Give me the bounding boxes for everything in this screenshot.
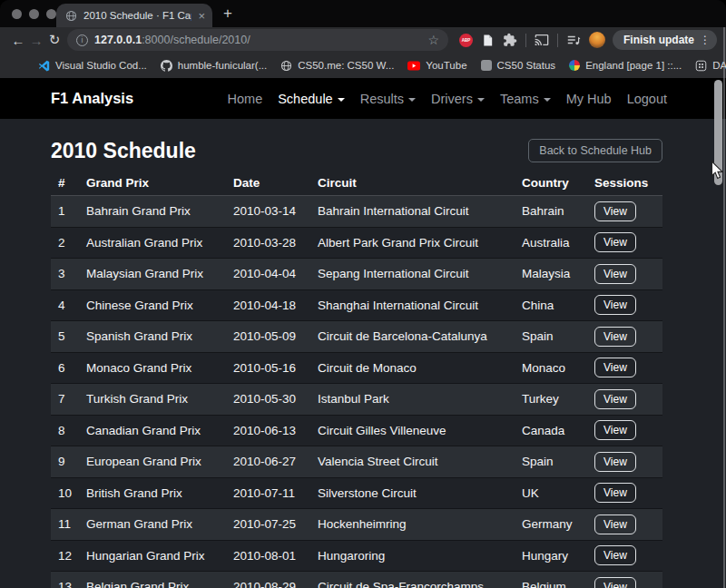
bookmark-england[interactable]: England [page 1] ::... (569, 60, 682, 71)
bookmark-vscode[interactable]: Visual Studio Cod... (38, 60, 147, 72)
view-sessions-button[interactable]: View (594, 389, 636, 409)
toolbar-separator (557, 34, 558, 47)
globe-favicon-icon (65, 10, 77, 22)
media-controls-icon[interactable] (566, 33, 581, 47)
nav-schedule[interactable]: Schedule (278, 92, 344, 106)
back-to-schedule-hub-button[interactable]: Back to Schedule Hub (528, 139, 662, 162)
new-tab-button[interactable]: + (223, 4, 232, 24)
country-name: Australia (522, 236, 594, 250)
view-sessions-button[interactable]: View (594, 514, 636, 534)
address-bar[interactable]: i 127.0.0.1:8000/schedule/2010/ ☆ (67, 29, 448, 51)
page-title: 2010 Schedule (51, 139, 196, 163)
cast-icon[interactable] (535, 33, 549, 47)
view-sessions-button[interactable]: View (594, 232, 636, 252)
back-icon[interactable]: ← (9, 33, 27, 48)
browser-window: 2010 Schedule · F1 Capstone × + ← → ↻ i … (0, 0, 726, 588)
country-name: Germany (522, 517, 594, 531)
circuit-name: Circuit Gilles Villeneuve (318, 424, 522, 437)
nav-teams[interactable]: Teams (500, 92, 551, 106)
finish-update-button[interactable]: Finish update ⋮ (613, 30, 717, 50)
view-sessions-button[interactable]: View (594, 545, 636, 565)
table-row: 4 Chinese Grand Prix 2010-04-18 Shanghai… (51, 290, 662, 322)
circuit-name: Valencia Street Circuit (318, 455, 522, 468)
close-window-button[interactable] (12, 9, 22, 19)
race-date: 2010-08-01 (233, 549, 318, 563)
zoom-window-button[interactable] (46, 9, 56, 19)
round-number: 4 (58, 299, 86, 312)
circuit-name: Hockenheimring (318, 517, 522, 531)
table-row: 9 European Grand Prix 2010-06-27 Valenci… (51, 446, 662, 478)
finish-update-label: Finish update (623, 34, 694, 46)
race-date: 2010-07-25 (233, 517, 318, 531)
header-country: Country (522, 176, 594, 190)
bookmark-youtube[interactable]: YouTube (407, 60, 466, 71)
table-row: 8 Canadian Grand Prix 2010-06-13 Circuit… (51, 416, 662, 447)
view-sessions-button[interactable]: View (594, 327, 636, 347)
table-row: 13 Belgian Grand Prix 2010-08-29 Circuit… (51, 572, 662, 588)
circuit-name: Circuit de Monaco (318, 361, 522, 375)
bookmark-cs50me[interactable]: CS50.me: CS50 W... (280, 60, 394, 72)
view-sessions-button[interactable]: View (594, 483, 636, 503)
bookmark-label: CS50 Status (497, 60, 556, 71)
round-number: 3 (58, 267, 86, 280)
nav-results[interactable]: Results (360, 92, 416, 106)
bookmark-star-icon[interactable]: ☆ (427, 33, 439, 47)
grand-prix-name: Spanish Grand Prix (86, 329, 233, 343)
tab-close-icon[interactable]: × (198, 10, 205, 22)
view-sessions-button[interactable]: View (594, 201, 636, 221)
country-name: China (522, 299, 594, 312)
view-sessions-button[interactable]: View (594, 452, 636, 472)
forward-icon[interactable]: → (27, 33, 45, 48)
document-extension-icon[interactable] (481, 34, 495, 47)
country-name: Turkey (522, 392, 594, 406)
nav-label: Schedule (278, 92, 332, 106)
browser-toolbar: ← → ↻ i 127.0.0.1:8000/schedule/2010/ ☆ … (0, 27, 726, 53)
schedule-table: # Grand Prix Date Circuit Country Sessio… (51, 171, 662, 588)
nav-home[interactable]: Home (228, 92, 263, 106)
bookmark-cs50-status[interactable]: CS50 Status (481, 60, 556, 71)
country-name: Spain (522, 329, 594, 343)
nav-logout[interactable]: Logout (627, 92, 667, 106)
circuit-name: Shanghai International Circuit (318, 299, 522, 312)
extensions-puzzle-icon[interactable] (503, 33, 517, 47)
race-date: 2010-05-09 (233, 329, 318, 343)
race-date: 2010-05-16 (233, 361, 318, 375)
bookmark-label: humble-funicular(... (178, 60, 267, 71)
table-row: 7 Turkish Grand Prix 2010-05-30 Istanbul… (51, 384, 662, 416)
bookmarks-bar: Visual Studio Cod... humble-funicular(..… (0, 53, 726, 78)
nav-my-hub[interactable]: My Hub (566, 92, 612, 106)
site-brand[interactable]: F1 Analysis (51, 90, 133, 107)
tab-title: 2010 Schedule · F1 Capstone (83, 10, 191, 21)
reload-icon[interactable]: ↻ (45, 32, 64, 48)
nav-drivers[interactable]: Drivers (431, 92, 485, 106)
view-sessions-button[interactable]: View (594, 264, 636, 284)
bookmark-dazn[interactable]: DAZN | HOME (695, 60, 726, 72)
site-info-icon[interactable]: i (76, 34, 88, 46)
bookmark-label: YouTube (426, 60, 466, 71)
browser-menu-icon[interactable]: ⋮ (700, 34, 711, 46)
circuit-name: Bahrain International Circuit (318, 204, 522, 218)
race-date: 2010-06-13 (233, 424, 318, 437)
adblock-extension-icon[interactable]: ABP (459, 34, 473, 47)
tab-strip: 2010 Schedule · F1 Capstone × + (0, 0, 726, 27)
country-name: Canada (522, 424, 594, 437)
table-row: 1 Bahrain Grand Prix 2010-03-14 Bahrain … (51, 196, 662, 228)
bookmark-github[interactable]: humble-funicular(... (161, 60, 267, 72)
chevron-down-icon (477, 98, 485, 102)
view-sessions-button[interactable]: View (594, 420, 636, 440)
grand-prix-name: Belgian Grand Prix (86, 580, 233, 588)
grand-prix-name: Turkish Grand Prix (86, 392, 233, 406)
minimize-window-button[interactable] (29, 9, 39, 19)
browser-tab[interactable]: 2010 Schedule · F1 Capstone × (56, 4, 212, 27)
url-text: 127.0.0.1:8000/schedule/2010/ (94, 34, 421, 46)
view-sessions-button[interactable]: View (594, 358, 636, 377)
view-sessions-button[interactable]: View (594, 295, 636, 315)
race-date: 2010-04-04 (233, 267, 318, 280)
grand-prix-name: British Grand Prix (86, 486, 233, 500)
vscode-icon (38, 60, 50, 72)
grand-prix-name: Monaco Grand Prix (86, 361, 233, 375)
round-number: 9 (58, 455, 86, 468)
view-sessions-button[interactable]: View (594, 577, 636, 588)
profile-avatar[interactable] (589, 32, 605, 48)
nav-label: Teams (500, 92, 539, 106)
